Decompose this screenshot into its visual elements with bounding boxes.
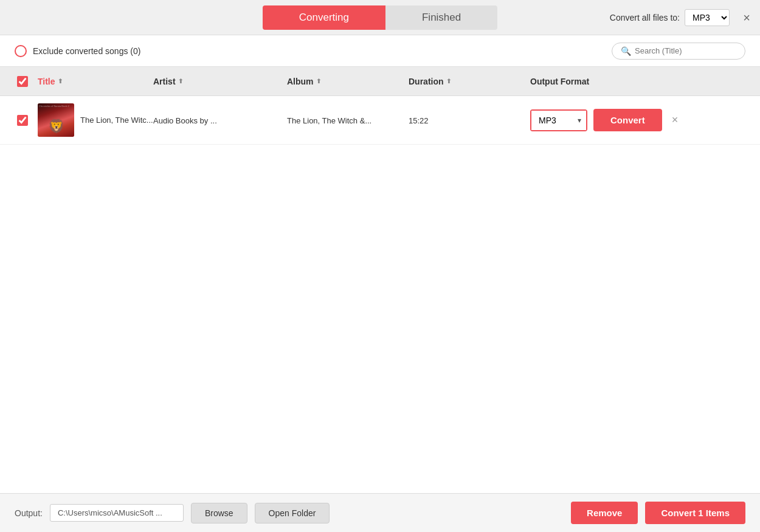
tab-group: Converting Finished xyxy=(263,5,497,30)
title-sort-icon: ⬆ xyxy=(58,78,63,85)
table-content: Chronicles of Narnia Book 2 🦁 The Lion, … xyxy=(0,96,760,493)
header-title[interactable]: Title ⬆ xyxy=(38,77,153,86)
table-header: Title ⬆ Artist ⬆ Album ⬆ Duration ⬆ Outp… xyxy=(0,67,760,96)
album-thumbnail: Chronicles of Narnia Book 2 🦁 xyxy=(38,103,74,137)
search-box: 🔍 xyxy=(612,43,745,60)
output-path: C:\Users\micso\AMusicSoft ... xyxy=(50,504,184,522)
convert-all-label: Convert all files to: xyxy=(610,13,680,22)
row-title-cell: Chronicles of Narnia Book 2 🦁 The Lion, … xyxy=(38,103,153,137)
row-album: The Lion, The Witch &... xyxy=(287,116,371,125)
tab-converting[interactable]: Converting xyxy=(263,5,385,30)
exclude-radio[interactable] xyxy=(15,45,27,57)
row-checkbox-cell xyxy=(7,115,38,126)
convert-all-select[interactable]: MP3 AAC FLAC WAV xyxy=(685,9,730,26)
row-format-cell: MP3 AAC FLAC WAV Convert × xyxy=(530,109,753,131)
row-duration: 15:22 xyxy=(409,116,429,125)
exclude-label: Exclude converted songs (0) xyxy=(33,46,140,56)
thumb-text: Chronicles of Narnia Book 2 xyxy=(39,105,73,108)
header-artist[interactable]: Artist ⬆ xyxy=(153,77,287,86)
row-title: The Lion, The Witc... xyxy=(80,116,153,125)
lion-icon: 🦁 xyxy=(48,119,64,134)
tab-finished[interactable]: Finished xyxy=(385,5,497,30)
header-duration[interactable]: Duration ⬆ xyxy=(409,77,530,86)
remove-row-button[interactable]: × xyxy=(672,114,679,126)
album-sort-icon: ⬆ xyxy=(316,78,321,85)
search-icon: 🔍 xyxy=(621,46,631,56)
row-artist-cell: Audio Books by ... xyxy=(153,115,287,126)
header-output-format: Output Format xyxy=(530,77,753,86)
close-button[interactable]: × xyxy=(743,12,750,24)
bottom-bar: Output: C:\Users\micso\AMusicSoft ... Br… xyxy=(0,493,760,532)
output-label: Output: xyxy=(15,508,43,518)
duration-sort-icon: ⬆ xyxy=(446,78,451,85)
row-album-cell: The Lion, The Witch &... xyxy=(287,115,409,126)
format-select[interactable]: MP3 AAC FLAC WAV xyxy=(531,111,586,130)
row-artist: Audio Books by ... xyxy=(153,116,217,125)
format-select-container: MP3 AAC FLAC WAV xyxy=(530,109,587,131)
convert-button[interactable]: Convert xyxy=(593,109,662,131)
top-bar: Converting Finished Convert all files to… xyxy=(0,0,760,35)
table-row: Chronicles of Narnia Book 2 🦁 The Lion, … xyxy=(0,96,760,145)
row-duration-cell: 15:22 xyxy=(409,115,530,126)
header-album[interactable]: Album ⬆ xyxy=(287,77,409,86)
remove-button[interactable]: Remove xyxy=(571,502,638,524)
convert-all-group: Convert all files to: MP3 AAC FLAC WAV xyxy=(610,9,730,26)
exclude-group: Exclude converted songs (0) xyxy=(15,45,140,57)
open-folder-button[interactable]: Open Folder xyxy=(255,503,330,523)
toolbar-row: Exclude converted songs (0) 🔍 xyxy=(0,35,760,67)
select-all-checkbox[interactable] xyxy=(17,76,28,87)
artist-sort-icon: ⬆ xyxy=(178,78,183,85)
convert-items-button[interactable]: Convert 1 Items xyxy=(645,502,745,524)
search-input[interactable] xyxy=(635,46,736,55)
header-checkbox-cell xyxy=(7,76,38,87)
row-checkbox[interactable] xyxy=(17,115,28,126)
browse-button[interactable]: Browse xyxy=(191,503,247,523)
